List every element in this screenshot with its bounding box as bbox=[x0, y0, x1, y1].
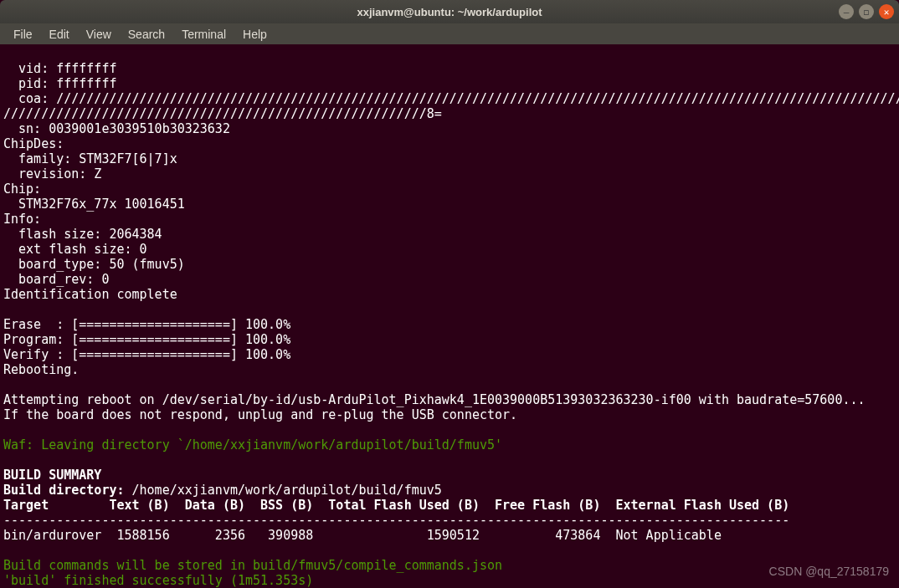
output-line: If the board does not respond, unplug an… bbox=[3, 407, 517, 422]
menu-terminal[interactable]: Terminal bbox=[173, 25, 234, 43]
output-waf-line: Waf: Leaving directory `/home/xxjianvm/w… bbox=[3, 437, 502, 453]
window-title: xxjianvm@ubuntu: ~/work/ardupilot bbox=[357, 6, 542, 18]
output-line: Program: [====================] 100.0% bbox=[3, 332, 290, 347]
build-directory-value: /home/xxjianvm/work/ardupilot/build/fmuv… bbox=[132, 483, 442, 498]
output-line: ChipDes: bbox=[3, 136, 64, 151]
output-line: coa: ///////////////////////////////////… bbox=[3, 91, 899, 106]
output-line: Verify : [====================] 100.0% bbox=[3, 347, 290, 362]
output-line: Chip: bbox=[3, 182, 41, 197]
build-table-separator: ----------------------------------------… bbox=[3, 513, 789, 528]
build-finished-line: 'build' finished successfully (1m51.353s… bbox=[3, 573, 313, 588]
output-line: Erase : [====================] 100.0% bbox=[3, 317, 290, 332]
menu-file[interactable]: File bbox=[5, 25, 41, 43]
menu-bar: File Edit View Search Terminal Help bbox=[0, 23, 899, 44]
output-line: sn: 0039001e3039510b30323632 bbox=[3, 121, 230, 136]
watermark: CSDN @qq_27158179 bbox=[769, 565, 889, 578]
menu-help[interactable]: Help bbox=[234, 25, 275, 43]
menu-view[interactable]: View bbox=[78, 25, 120, 43]
output-line: Rebooting. bbox=[3, 362, 79, 377]
window-controls: – ◻ ✕ bbox=[839, 4, 894, 19]
output-line: board_rev: 0 bbox=[3, 272, 109, 287]
output-line: STM32F76x_77x 10016451 bbox=[3, 197, 185, 212]
output-line: Attempting reboot on /dev/serial/by-id/u… bbox=[3, 392, 866, 407]
close-button[interactable]: ✕ bbox=[879, 4, 894, 19]
build-table-header: Target Text (B) Data (B) BSS (B) Total F… bbox=[3, 498, 789, 513]
output-line: ////////////////////////////////////////… bbox=[3, 106, 442, 121]
output-line: Info: bbox=[3, 212, 41, 227]
menu-edit[interactable]: Edit bbox=[41, 25, 78, 43]
terminal-output[interactable]: vid: ffffffff pid: ffffffff coa: ///////… bbox=[0, 44, 899, 588]
maximize-button[interactable]: ◻ bbox=[859, 4, 874, 19]
menu-search[interactable]: Search bbox=[120, 25, 173, 43]
build-table-row: bin/ardurover 1588156 2356 390988 159051… bbox=[3, 528, 722, 543]
output-line: family: STM32F7[6|7]x bbox=[3, 151, 177, 166]
build-commands-line: Build commands will be stored in build/f… bbox=[3, 558, 502, 573]
output-line: pid: ffffffff bbox=[3, 76, 116, 91]
output-line: Identification complete bbox=[3, 287, 177, 302]
output-line: flash size: 2064384 bbox=[3, 227, 162, 242]
build-directory-label: Build directory: bbox=[3, 483, 132, 498]
output-line: vid: ffffffff bbox=[3, 61, 116, 76]
output-line: board_type: 50 (fmuv5) bbox=[3, 257, 185, 272]
output-line: ext flash size: 0 bbox=[3, 242, 147, 257]
output-line: revision: Z bbox=[3, 166, 101, 182]
build-summary-heading: BUILD SUMMARY bbox=[3, 468, 101, 483]
window-titlebar: xxjianvm@ubuntu: ~/work/ardupilot – ◻ ✕ bbox=[0, 0, 899, 23]
minimize-button[interactable]: – bbox=[839, 4, 854, 19]
